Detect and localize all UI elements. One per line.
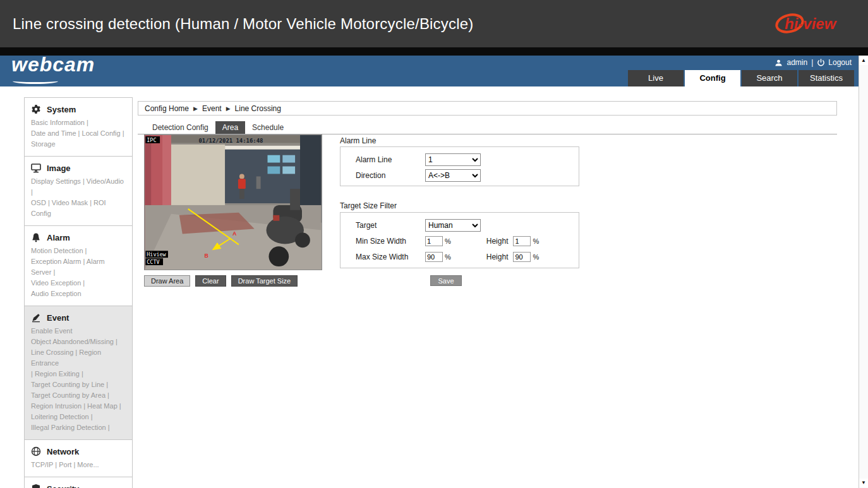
sidebar-link[interactable]: Storage — [31, 139, 127, 150]
sidebar-link[interactable]: Target Counting by Area | — [31, 390, 127, 401]
sidebar-section-alarm: Alarm Motion Detection | Exception Alarm… — [24, 225, 133, 306]
page: Line crossing detection (Human / Motor V… — [0, 0, 868, 488]
direction-select[interactable]: A<->B — [425, 169, 481, 182]
sidebar-links: Motion Detection | Exception Alarm | Ala… — [31, 246, 127, 299]
header-divider-strip — [0, 47, 868, 56]
percent-label: % — [445, 237, 451, 245]
min-height-input[interactable] — [513, 236, 531, 246]
sidebar-item-system[interactable]: System — [31, 103, 127, 116]
osd-brand-line2: CCTV — [147, 259, 159, 265]
max-size-width-label: Max Size Width — [356, 253, 425, 261]
camera-preview-scene: A B IPC 01/12/2021 14:16:48 Hiview CCTV — [145, 135, 322, 270]
draw-target-size-button[interactable]: Draw Target Size — [231, 275, 298, 287]
sidebar-link[interactable]: Loitering Detection | — [31, 412, 127, 422]
sidebar-section-title: Network — [47, 447, 79, 456]
target-size-filter-box: Target Human Min Size Width % Height % M… — [340, 212, 579, 268]
scroll-up-arrow-icon[interactable]: ▲ — [859, 56, 868, 65]
alarm-line-label: Alarm Line — [356, 155, 425, 164]
sidebar-link[interactable]: Audio Exception — [31, 289, 127, 299]
target-row: Target Human — [356, 219, 579, 232]
sidebar-links: Enable Event Object Abandoned/Missing | … — [31, 326, 127, 433]
sidebar-links: TCP/IP | Port | More... — [31, 460, 127, 470]
hiview-logo-text: hi-view — [785, 15, 837, 32]
sidebar-link[interactable]: Target Counting by Line | — [31, 379, 127, 390]
globe-icon — [31, 446, 41, 456]
min-size-width-label: Min Size Width — [356, 237, 425, 246]
breadcrumb-event[interactable]: Event — [202, 104, 222, 113]
camera-preview[interactable]: A B IPC 01/12/2021 14:16:48 Hiview CCTV — [144, 134, 322, 270]
logout-button[interactable]: Logout — [817, 58, 852, 67]
shield-icon — [31, 484, 41, 488]
tab-statistics[interactable]: Statistics — [799, 70, 854, 86]
tab-detection-config[interactable]: Detection Config — [145, 121, 215, 134]
sidebar-item-network[interactable]: Network — [31, 445, 127, 458]
page-title: Line crossing detection (Human / Motor V… — [13, 15, 474, 33]
sidebar-link[interactable]: Motion Detection | — [31, 246, 127, 256]
sidebar-section-title: Security — [47, 484, 79, 488]
sidebar-link[interactable]: | Region Exiting | — [31, 369, 127, 379]
target-label: Target — [356, 221, 425, 230]
account-divider: | — [811, 58, 813, 67]
osd-timestamp: 01/12/2021 14:16:48 — [199, 138, 263, 144]
sidebar-link[interactable]: OSD | Video Mask | ROI Config — [31, 198, 127, 219]
sidebar-link[interactable]: Region Intrusion | Heat Map | — [31, 401, 127, 412]
sidebar-item-security[interactable]: Security — [31, 482, 127, 488]
min-width-input[interactable] — [425, 236, 443, 246]
sidebar-link[interactable]: Exception Alarm | Alarm Server | — [31, 256, 127, 278]
tab-schedule[interactable]: Schedule — [245, 121, 291, 134]
bell-icon — [31, 232, 41, 242]
clear-button[interactable]: Clear — [195, 275, 226, 287]
osd-channel-label: IPC — [147, 137, 156, 143]
sidebar-link[interactable]: Date and Time | Local Config | — [31, 128, 127, 139]
target-select[interactable]: Human — [425, 219, 481, 232]
sidebar-item-image[interactable]: Image — [31, 162, 127, 174]
sidebar-link[interactable]: Basic Information | — [31, 117, 127, 128]
vertical-scrollbar[interactable]: ▲ ▼ — [859, 56, 868, 488]
tab-live[interactable]: Live — [628, 70, 684, 86]
max-height-input[interactable] — [513, 252, 531, 262]
content-area: System Basic Information | Date and Time… — [0, 86, 859, 488]
account-area: admin | Logout — [775, 58, 852, 67]
min-height-label: Height — [486, 237, 509, 246]
tab-area[interactable]: Area — [215, 121, 245, 134]
sidebar-link[interactable]: Display Settings | Video/Audio | — [31, 176, 127, 198]
monitor-icon — [31, 163, 41, 173]
config-tabs: Detection Config Area Schedule — [138, 121, 837, 134]
alarm-line-select[interactable]: 1 — [425, 153, 481, 166]
hiview-logo: hi-view — [775, 10, 858, 39]
sidebar-section-image: Image Display Settings | Video/Audio | O… — [24, 156, 133, 226]
webcam-logo: webcam — [11, 54, 95, 76]
breadcrumb: Config Home ▶ Event ▶ Line Crossing — [138, 101, 837, 116]
config-panel: Config Home ▶ Event ▶ Line Crossing Dete… — [138, 101, 837, 486]
logout-label: Logout — [828, 58, 852, 67]
max-width-input[interactable] — [425, 252, 443, 262]
sidebar-item-alarm[interactable]: Alarm — [31, 231, 127, 244]
tab-config[interactable]: Config — [685, 70, 740, 86]
hiview-logo-graphic: hi-view — [775, 10, 858, 37]
max-size-row: Max Size Width % Height % — [356, 251, 579, 263]
sidebar-link[interactable]: TCP/IP | Port | More... — [31, 460, 127, 470]
sidebar-link-line-crossing[interactable]: Line Crossing | Region Entrance — [31, 347, 127, 369]
event-pen-icon — [31, 312, 41, 323]
direction-row: Direction A<->B — [356, 169, 579, 182]
sidebar-links: Display Settings | Video/Audio | OSD | V… — [31, 176, 127, 219]
sidebar-section-system: System Basic Information | Date and Time… — [24, 97, 133, 157]
scroll-down-arrow-icon[interactable]: ▼ — [859, 479, 868, 487]
breadcrumb-line-crossing[interactable]: Line Crossing — [235, 104, 281, 113]
save-button[interactable]: Save — [430, 275, 462, 286]
sidebar-section-title: Image — [47, 164, 71, 173]
tab-search[interactable]: Search — [742, 70, 797, 86]
gear-icon — [31, 104, 41, 114]
sidebar-link[interactable]: Enable Event — [31, 326, 127, 336]
sidebar-link[interactable]: Video Exception | — [31, 278, 127, 289]
sidebar-link[interactable]: Object Abandoned/Missing | — [31, 336, 127, 347]
draw-area-button[interactable]: Draw Area — [144, 275, 190, 287]
alarm-line-section-title: Alarm Line — [340, 136, 376, 145]
percent-label: % — [533, 253, 539, 261]
breadcrumb-config-home[interactable]: Config Home — [145, 104, 189, 113]
target-size-filter-title: Target Size Filter — [340, 201, 397, 210]
sidebar-link[interactable]: Illegal Parking Detection | — [31, 422, 127, 433]
sidebar-section-event: Event Enable Event Object Abandoned/Miss… — [24, 306, 133, 440]
percent-label: % — [533, 237, 539, 245]
sidebar-item-event[interactable]: Event — [31, 311, 127, 324]
